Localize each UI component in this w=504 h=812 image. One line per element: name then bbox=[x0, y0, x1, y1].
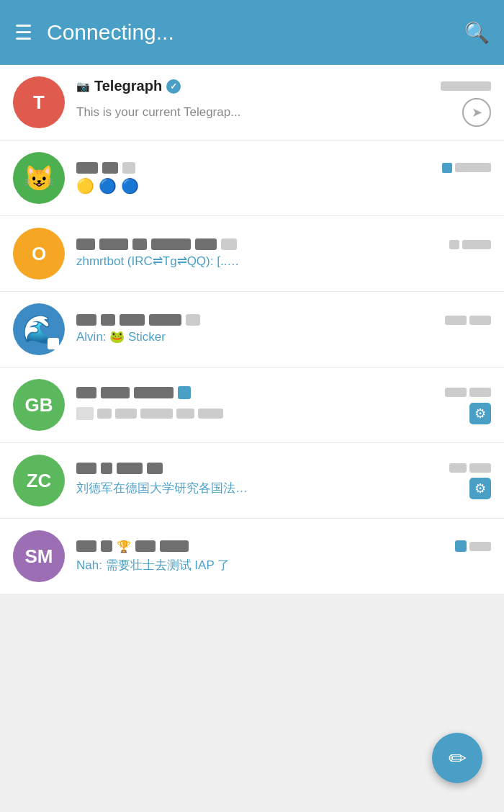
compose-icon: ✏ bbox=[449, 746, 467, 771]
chat-name-area-7: 🏆 bbox=[76, 540, 455, 553]
chat-content-2: 🟡 🔵 🔵 bbox=[76, 162, 491, 195]
avatar-chat5: GB bbox=[13, 379, 65, 431]
chat-top-row-4 bbox=[76, 314, 491, 326]
chat-name-area-6 bbox=[76, 463, 449, 474]
chat-content-6: 刘德军在德国大学研究各国法… ⚙ bbox=[76, 463, 491, 499]
chat-name-telegraph: Telegraph bbox=[94, 78, 162, 94]
camera-icon: 📷 bbox=[76, 80, 90, 93]
chat-item-telegraph[interactable]: T 📷 Telegraph This is your current Teleg… bbox=[0, 65, 504, 140]
verified-badge bbox=[166, 79, 181, 94]
compose-fab-button[interactable]: ✏ bbox=[432, 733, 482, 783]
avatar-chat3: O bbox=[13, 228, 65, 280]
time-area-5 bbox=[445, 388, 491, 397]
chat-name-area-4 bbox=[76, 314, 445, 326]
top-bar: ☰ Connecting... 🔍 bbox=[0, 0, 504, 65]
chat-top-row-2 bbox=[76, 162, 491, 174]
chat-preview-7: Nah: 需要壮士去测试 IAP 了 bbox=[76, 557, 400, 574]
app-title: Connecting... bbox=[47, 20, 174, 45]
time-area-7 bbox=[455, 540, 491, 552]
chat-preview-6: 刘德军在德国大学研究各国法… bbox=[76, 480, 248, 496]
chat-name-area: 📷 Telegraph bbox=[76, 78, 441, 94]
chat-name-area-2 bbox=[76, 162, 442, 174]
chat-name-area-5 bbox=[76, 386, 445, 399]
avatar-chat7: SM bbox=[13, 530, 65, 582]
chat-name-area-3 bbox=[76, 238, 449, 250]
chat-item-3[interactable]: O zhmrtbot (IRC⇌Tg⇌QQ): [ bbox=[0, 216, 504, 292]
hamburger-menu-icon[interactable]: ☰ bbox=[14, 21, 32, 45]
time-area bbox=[441, 81, 491, 91]
time-area-3 bbox=[449, 240, 491, 249]
chat-top-row-5 bbox=[76, 386, 491, 399]
top-bar-left: ☰ Connecting... bbox=[14, 20, 174, 45]
chat-item-4[interactable]: 🌊 Alvin: 🐸 Sticker bbox=[0, 292, 504, 367]
avatar-chat6: ZC bbox=[13, 455, 65, 507]
chat-list: T 📷 Telegraph This is your current Teleg… bbox=[0, 65, 504, 594]
time-area-6 bbox=[449, 463, 491, 473]
avatar-chat2: 😺 bbox=[13, 152, 65, 204]
chat-preview-4: Alvin: 🐸 Sticker bbox=[76, 329, 400, 344]
chat-preview-3: zhmrtbot (IRC⇌Tg⇌QQ): [..… bbox=[76, 254, 400, 269]
forward-button[interactable]: ➤ bbox=[462, 98, 491, 127]
chat-content-5: ⚙ bbox=[76, 386, 491, 424]
chat-item-7[interactable]: SM 🏆 Nah: 需要壮士去测试 IAP 了 bbox=[0, 519, 504, 594]
avatar-chat4: 🌊 bbox=[13, 303, 65, 355]
time-area-2 bbox=[442, 163, 491, 173]
chat-item-5[interactable]: GB bbox=[0, 367, 504, 443]
chat-preview-telegraph: This is your current Telegrap... bbox=[76, 105, 240, 120]
chat-top-row-7: 🏆 bbox=[76, 540, 491, 553]
chat-content-7: 🏆 Nah: 需要壮士去测试 IAP 了 bbox=[76, 540, 491, 574]
chat-top-row-3 bbox=[76, 238, 491, 250]
chat-content-3: zhmrtbot (IRC⇌Tg⇌QQ): [..… bbox=[76, 238, 491, 269]
time-area-4 bbox=[445, 316, 491, 325]
chat-content-4: Alvin: 🐸 Sticker bbox=[76, 314, 491, 344]
chat-item-2[interactable]: 😺 🟡 🔵 🔵 bbox=[0, 140, 504, 216]
chat-item-6[interactable]: ZC 刘德军在德国大学研究各国法… ⚙ bbox=[0, 443, 504, 519]
chat-top-row: 📷 Telegraph bbox=[76, 78, 491, 94]
avatar-telegraph: T bbox=[13, 76, 65, 128]
search-icon[interactable]: 🔍 bbox=[464, 21, 490, 45]
chat-top-row-6 bbox=[76, 463, 491, 474]
chat-content-telegraph: 📷 Telegraph This is your current Telegra… bbox=[76, 78, 491, 127]
